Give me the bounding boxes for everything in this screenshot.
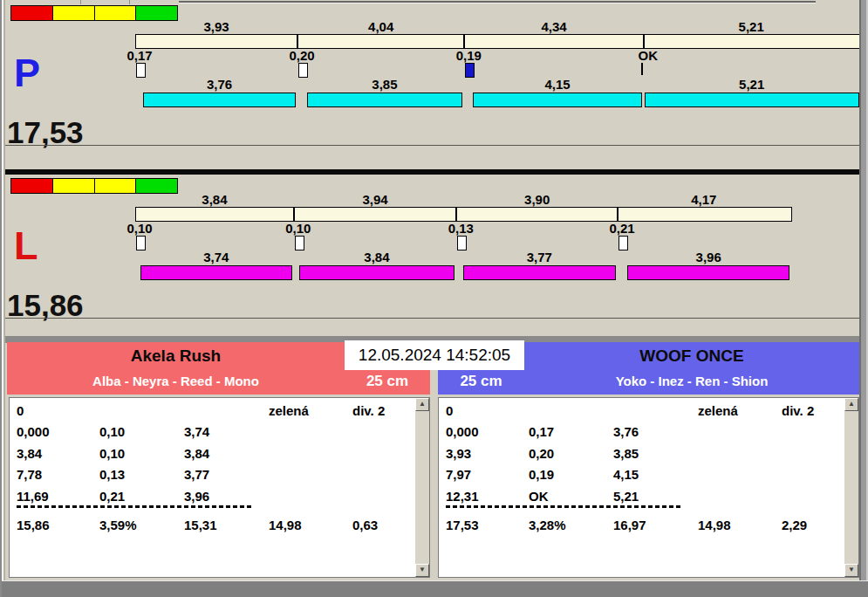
table-summary-cell: 14,98	[269, 518, 302, 532]
swim-time-bar-segment	[307, 93, 463, 107]
exchange-marker	[298, 63, 308, 78]
swim-time-label: 3,85	[372, 78, 397, 91]
cumulative-time-label: 3,93	[203, 20, 229, 33]
datetime-display: 12.05.2024 14:52:05	[345, 340, 524, 370]
reaction-time-label: 0,17	[126, 49, 152, 62]
lane-separator-bar	[5, 169, 859, 175]
exchange-marker	[457, 236, 467, 250]
segment-divider	[617, 207, 619, 222]
table-row-cell: 0,17	[529, 425, 554, 439]
team-crew-names: Yoko - Inez - Ren - Shion	[524, 368, 859, 395]
lane-panel-l: L 15,86 3,840,103,743,940,103,843,900,13…	[0, 178, 868, 344]
cumulative-time-label: 4,17	[691, 193, 716, 206]
swim-time-label: 4,15	[544, 78, 570, 91]
table-row-cell: 0,10	[99, 447, 125, 461]
swim-time-label: 3,74	[203, 250, 229, 264]
swim-time-bar-segment	[143, 93, 296, 107]
swim-time-bar-segment	[299, 265, 455, 280]
exchange-ok-tick	[641, 63, 643, 75]
pool-length-badge: 25 cm	[345, 368, 430, 395]
team-name: WOOF ONCE	[524, 342, 859, 368]
exchange-marker	[136, 63, 146, 78]
swim-time-label: 3,77	[527, 250, 552, 264]
cumulative-time-label: 4,04	[368, 20, 393, 33]
scroll-up-icon[interactable]: ▲	[844, 398, 858, 411]
results-table-right: 0zelenádiv. 20,0000,173,763,930,203,857,…	[438, 397, 859, 578]
lane-bars-p: 3,930,173,764,040,203,854,340,194,155,21…	[0, 5, 868, 171]
toolbar-tick	[80, 0, 81, 4]
reaction-time-label: OK	[639, 49, 659, 62]
table-row-cell: 7,78	[17, 468, 42, 482]
table-header-cell: zelená	[698, 404, 738, 418]
results-table-body[interactable]: 0zelenádiv. 20,0000,103,743,840,103,847,…	[10, 398, 415, 577]
table-summary-cell: 3,59%	[99, 518, 137, 532]
cumulative-time-label: 4,34	[541, 20, 566, 33]
vertical-scrollbar[interactable]: ▲ ▼	[844, 398, 858, 577]
cumulative-time-bar	[135, 34, 861, 49]
cumulative-time-label: 3,90	[524, 193, 550, 206]
reaction-time-label: 0,21	[609, 222, 634, 235]
exchange-marker	[465, 63, 475, 78]
table-summary-cell: 2,29	[782, 518, 807, 532]
table-row-cell: 3,93	[446, 447, 471, 461]
swim-time-bar-segment	[140, 265, 292, 280]
swim-time-bar-segment	[645, 93, 859, 107]
status-footer	[0, 580, 868, 597]
table-row-cell: 0,21	[99, 490, 125, 504]
swim-time-bar-segment	[627, 265, 789, 280]
lane-panel-p: P 17,53 3,930,173,764,040,203,854,340,19…	[0, 5, 868, 171]
table-row-cell: 12,31	[446, 490, 479, 504]
scroll-down-icon[interactable]: ▼	[844, 564, 858, 577]
reaction-time-label: 0,10	[285, 222, 311, 235]
team-crew-names: Alba - Neyra - Reed - Mono	[7, 368, 345, 395]
toolbar-tick	[129, 0, 130, 4]
table-row-cell: 0,20	[529, 447, 554, 461]
table-header-cell: 0	[446, 404, 453, 418]
segment-divider	[297, 34, 298, 49]
cumulative-time-label: 5,21	[739, 20, 764, 33]
table-row-cell: 5,21	[613, 490, 639, 504]
table-separator-dashes	[17, 505, 254, 508]
table-row-cell: 0,19	[529, 468, 554, 482]
table-row-cell: 4,15	[613, 468, 639, 482]
swim-time-label: 3,96	[696, 250, 721, 264]
segment-divider	[643, 34, 645, 49]
table-summary-cell: 15,31	[184, 518, 217, 532]
table-row-cell: 3,74	[184, 425, 209, 439]
table-row-cell: 0,000	[446, 425, 479, 439]
cumulative-time-label: 3,94	[362, 193, 387, 206]
segment-divider	[463, 34, 465, 49]
swim-time-bar-segment	[473, 93, 641, 107]
timing-app-window: P 17,53 3,930,173,764,040,203,854,340,19…	[0, 0, 868, 597]
section-divider-line	[5, 318, 859, 319]
table-row-cell: 3,84	[17, 447, 42, 461]
section-divider-line	[5, 145, 859, 146]
swim-time-bar-segment	[463, 265, 616, 280]
table-row-cell: 0,10	[99, 425, 125, 439]
reaction-time-label: 0,20	[289, 49, 314, 62]
table-row-cell: 3,77	[184, 468, 209, 482]
table-row-cell: 0,000	[17, 425, 50, 439]
table-row-cell: 3,85	[613, 447, 639, 461]
exchange-marker	[136, 236, 146, 250]
scroll-up-icon[interactable]: ▲	[415, 398, 429, 411]
exchange-marker	[619, 236, 628, 250]
table-row-cell: 7,97	[446, 468, 471, 482]
pool-length-badge: 25 cm	[438, 368, 524, 395]
table-header-cell: 0	[17, 404, 24, 418]
team-name: Akela Rush	[7, 342, 345, 368]
table-summary-cell: 15,86	[17, 518, 50, 532]
swim-time-label: 3,76	[207, 78, 232, 91]
cumulative-time-bar	[135, 207, 792, 222]
table-row-cell: 3,96	[184, 490, 209, 504]
table-summary-cell: 3,28%	[529, 518, 566, 532]
results-table-body[interactable]: 0zelenádiv. 20,0000,173,763,930,203,857,…	[439, 398, 844, 577]
swim-time-label: 5,21	[739, 78, 764, 91]
reaction-time-label: 0,19	[456, 49, 482, 62]
table-summary-cell: 17,53	[446, 518, 479, 532]
vertical-scrollbar[interactable]: ▲ ▼	[415, 398, 429, 577]
table-row-cell: 3,76	[613, 425, 639, 439]
reaction-time-label: 0,10	[126, 222, 152, 235]
scroll-down-icon[interactable]: ▼	[415, 564, 429, 577]
lane-bars-l: 3,840,103,743,940,103,843,900,133,774,17…	[0, 178, 868, 344]
